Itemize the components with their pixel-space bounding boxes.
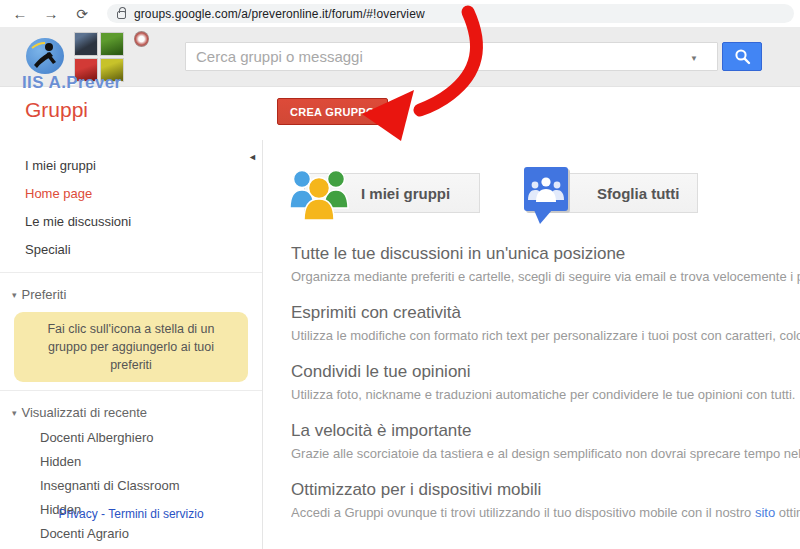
search-bar: ▼ (185, 42, 762, 71)
feature-item: La velocità è importante Grazie alle sco… (291, 421, 800, 461)
people-group-icon (288, 166, 350, 222)
search-input[interactable] (185, 42, 718, 71)
address-bar[interactable]: groups.google.com/a/preveronline.it/foru… (107, 4, 794, 23)
browse-all-button[interactable]: Sfoglia tutti (522, 166, 698, 222)
sidebar-collapse-icon[interactable]: ◄ (248, 152, 257, 162)
recent-section-header[interactable]: ▾Visualizzati di recente (0, 399, 262, 426)
terms-link[interactable]: Termini di servizio (108, 507, 203, 521)
mobile-site-link[interactable]: sito (755, 505, 775, 520)
recent-group-item[interactable]: Hidden (0, 450, 262, 474)
feature-description: Accedi a Gruppi ovunque ti trovi utilizz… (291, 505, 800, 520)
back-icon[interactable]: ← (9, 5, 31, 22)
sidebar-item-home-page[interactable]: Home page (0, 180, 262, 208)
feature-title: Tutte le tue discussioni in un'unica pos… (291, 244, 800, 264)
groups-header: IIS A.Prever ▼ (0, 27, 800, 87)
sidebar-item-my-discussions[interactable]: Le mie discussioni (0, 208, 262, 236)
page-title: Gruppi (25, 98, 88, 122)
my-groups-button[interactable]: I miei gruppi (288, 166, 480, 222)
recent-group-item[interactable]: Docenti Alberghiero (0, 426, 262, 450)
browser-toolbar: ← → ⟳ groups.google.com/a/preveronline.i… (0, 0, 800, 27)
school-logo[interactable]: IIS A.Prever (22, 30, 172, 88)
feature-description-text: ottimizzato. (775, 505, 800, 520)
sidebar-footer: Privacy - Termini di servizio (0, 507, 262, 521)
sidebar-divider (0, 272, 262, 273)
feature-description: Utilizza foto, nickname e traduzioni aut… (291, 387, 800, 402)
logo-figure-icon (26, 38, 64, 74)
sidebar-divider (0, 390, 262, 391)
recent-group-item[interactable]: Docenti Agrario (0, 522, 262, 546)
page-toolbar: Gruppi CREA GRUPPO (0, 88, 800, 140)
search-scope-caret-icon[interactable]: ▼ (690, 54, 698, 63)
sidebar-item-my-groups[interactable]: I miei gruppi (0, 152, 262, 180)
feature-list: Tutte le tue discussioni in un'unica pos… (291, 244, 800, 520)
favorites-label: Preferiti (22, 287, 67, 302)
search-icon (734, 48, 751, 65)
sidebar-item-starred[interactable]: Speciali (0, 236, 262, 264)
privacy-link[interactable]: Privacy (58, 507, 97, 521)
main-content: I miei gruppi Sfoglia tutti (264, 140, 800, 549)
feature-item: Ottimizzato per i dispositivi mobili Acc… (291, 480, 800, 520)
footer-separator: - (98, 507, 108, 521)
favorites-tip: Fai clic sull'icona a stella di un grupp… (14, 312, 248, 382)
recent-group-item[interactable]: Insegnanti di Classroom (0, 474, 262, 498)
google-groups-page: ← → ⟳ groups.google.com/a/preveronline.i… (0, 0, 800, 549)
feature-item: Esprimiti con creatività Utilizza le mod… (291, 303, 800, 343)
favorites-section-header[interactable]: ▾Preferiti (0, 281, 262, 308)
sidebar: ◄ I miei gruppi Home page Le mie discuss… (0, 140, 263, 549)
feature-title: La velocità è importante (291, 421, 800, 441)
favorites-triangle-icon: ▾ (12, 290, 17, 300)
logo-photo-1 (74, 32, 98, 56)
feature-description: Organizza mediante preferiti e cartelle,… (291, 269, 800, 284)
feature-description-text: Accedi a Gruppi ovunque ti trovi utilizz… (291, 505, 755, 520)
browse-groups-icon (522, 166, 574, 224)
create-group-button[interactable]: CREA GRUPPO (277, 98, 388, 125)
url-text[interactable]: groups.google.com/a/preveronline.it/foru… (134, 7, 425, 21)
logo-photo-2 (100, 32, 124, 56)
feature-title: Condividi le tue opinioni (291, 362, 800, 382)
recent-triangle-icon: ▾ (12, 408, 17, 418)
logo-emblem-icon (134, 31, 149, 47)
forward-icon[interactable]: → (40, 5, 62, 22)
feature-title: Ottimizzato per i dispositivi mobili (291, 480, 800, 500)
search-button[interactable] (722, 42, 762, 71)
feature-description: Utilizza le modifiche con formato rich t… (291, 328, 800, 343)
feature-title: Esprimiti con creatività (291, 303, 800, 323)
recent-label: Visualizzati di recente (22, 405, 148, 420)
reload-icon[interactable]: ⟳ (71, 6, 93, 22)
feature-description: Grazie alle scorciatoie da tastiera e al… (291, 446, 800, 461)
overview-buttons: I miei gruppi Sfoglia tutti (288, 166, 800, 222)
feature-item: Tutte le tue discussioni in un'unica pos… (291, 244, 800, 284)
lock-icon (117, 11, 126, 19)
feature-item: Condividi le tue opinioni Utilizza foto,… (291, 362, 800, 402)
